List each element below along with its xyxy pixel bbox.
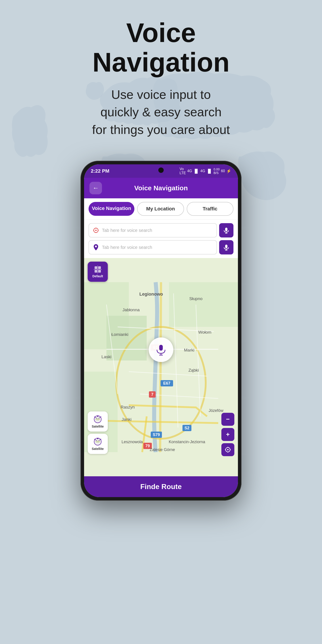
svg-point-1 (95, 230, 96, 231)
map-area[interactable]: 61 E67 7 S79 S2 (84, 258, 238, 476)
search-section: Tab here for voice search (84, 220, 238, 258)
app-header-title: Voice Navigation (102, 184, 220, 192)
destination-mic-button[interactable] (219, 240, 234, 254)
svg-text:Raszyn: Raszyn (120, 405, 134, 410)
svg-text:Konstancin-Jeziorna: Konstancin-Jeziorna (168, 440, 205, 444)
svg-text:Janki: Janki (122, 417, 132, 422)
map-satellite-button-1[interactable]: Satellite (88, 412, 108, 432)
camera-notch (158, 168, 164, 173)
status-time: 2:22 PM (91, 168, 109, 174)
network-4g2-icon: 4G (200, 169, 205, 173)
origin-location-icon (92, 227, 99, 234)
satellite-label-2: Satellite (92, 447, 104, 450)
svg-rect-67 (159, 345, 163, 350)
tab-bar: Voice Navigation My Location Traffic (84, 198, 238, 220)
phone-mockup: 2:22 PM VoLTE 4G ▐▌ 4G ▐▌ 0.00B/S 60 ⚡ ←… (80, 161, 242, 501)
svg-text:Łomianki: Łomianki (111, 332, 128, 337)
svg-text:Wołom: Wołom (198, 330, 212, 334)
svg-text:Józefów: Józefów (209, 408, 224, 413)
origin-mic-button[interactable] (219, 223, 234, 238)
tab-voice-navigation[interactable]: Voice Navigation (88, 202, 134, 216)
back-arrow-icon: ← (92, 184, 99, 192)
svg-rect-10 (225, 245, 228, 248)
zoom-in-button[interactable]: + (222, 428, 234, 441)
find-route-button[interactable]: Finde Route (84, 476, 238, 497)
status-icons: VoLTE 4G ▐▌ 4G ▐▌ 0.00B/S 60 ⚡ (180, 167, 231, 175)
satellite-label-1: Satellite (92, 425, 104, 428)
center-voice-button[interactable] (149, 338, 173, 362)
svg-point-9 (95, 246, 97, 247)
destination-search-row: Tab here for voice search (88, 240, 234, 254)
svg-text:7: 7 (151, 392, 154, 397)
network-4g-icon: 4G (187, 169, 192, 173)
map-type-buttons: Satellite Satellite (88, 412, 108, 454)
app-header: ← Voice Navigation (84, 178, 238, 198)
svg-rect-55 (94, 270, 97, 272)
map-controls: − + (222, 413, 234, 456)
svg-text:Ząbki: Ząbki (188, 368, 199, 372)
signal-bars2-icon: ▐▌ (206, 169, 212, 174)
svg-text:Jabłonna: Jabłonna (122, 308, 140, 312)
svg-text:S2: S2 (184, 426, 190, 430)
svg-rect-6 (225, 228, 228, 231)
svg-rect-53 (94, 266, 97, 269)
svg-text:Marki: Marki (184, 348, 194, 352)
origin-search-row: Tab here for voice search (88, 223, 234, 238)
signal-bars-icon: ▐▌ (194, 169, 199, 174)
tab-traffic[interactable]: Traffic (187, 202, 234, 216)
back-button[interactable]: ← (90, 182, 102, 194)
svg-text:E67: E67 (163, 381, 170, 386)
svg-text:S79: S79 (153, 432, 160, 437)
svg-rect-16 (169, 282, 238, 327)
zoom-out-button[interactable]: − (222, 413, 234, 426)
origin-placeholder: Tab here for voice search (102, 228, 152, 233)
phone-screen: 2:22 PM VoLTE 4G ▐▌ 4G ▐▌ 0.00B/S 60 ⚡ ←… (84, 164, 238, 497)
svg-text:Laski: Laski (102, 354, 111, 359)
my-location-map-button[interactable] (222, 443, 234, 456)
battery-level-icon: 60 (221, 169, 225, 173)
svg-text:Legionowo: Legionowo (139, 292, 163, 296)
origin-search-input[interactable]: Tab here for voice search (88, 223, 217, 238)
svg-text:Lesznowola: Lesznowola (122, 440, 143, 444)
header-section: Voice Navigation Use voice input toquick… (38, 0, 284, 152)
svg-point-62 (97, 416, 98, 417)
destination-placeholder: Tab here for voice search (102, 245, 152, 250)
svg-point-66 (97, 438, 98, 439)
svg-text:Zalesie Górne: Zalesie Górne (150, 448, 175, 452)
phone-outer-frame: 2:22 PM VoLTE 4G ▐▌ 4G ▐▌ 0.00B/S 60 ⚡ ←… (80, 161, 242, 501)
tab-my-location[interactable]: My Location (137, 202, 184, 216)
data-speed-icon: 0.00B/S (214, 168, 220, 175)
svg-text:79: 79 (145, 444, 150, 448)
svg-rect-54 (98, 266, 101, 269)
map-default-label: Default (92, 274, 103, 278)
page-title: Voice Navigation (60, 18, 262, 77)
svg-text:Słupno: Słupno (189, 296, 202, 301)
map-type-default-button[interactable]: Default (88, 262, 108, 282)
destination-search-input[interactable]: Tab here for voice search (88, 240, 217, 254)
map-satellite-button-2[interactable]: Satellite (88, 434, 108, 454)
page-subtitle: Use voice input toquickly & easy searchf… (60, 86, 262, 138)
destination-location-icon (92, 244, 99, 251)
network-vo-icon: VoLTE (180, 167, 186, 175)
battery-icon: ⚡ (226, 168, 231, 174)
svg-rect-56 (98, 270, 101, 272)
svg-point-71 (227, 449, 228, 450)
